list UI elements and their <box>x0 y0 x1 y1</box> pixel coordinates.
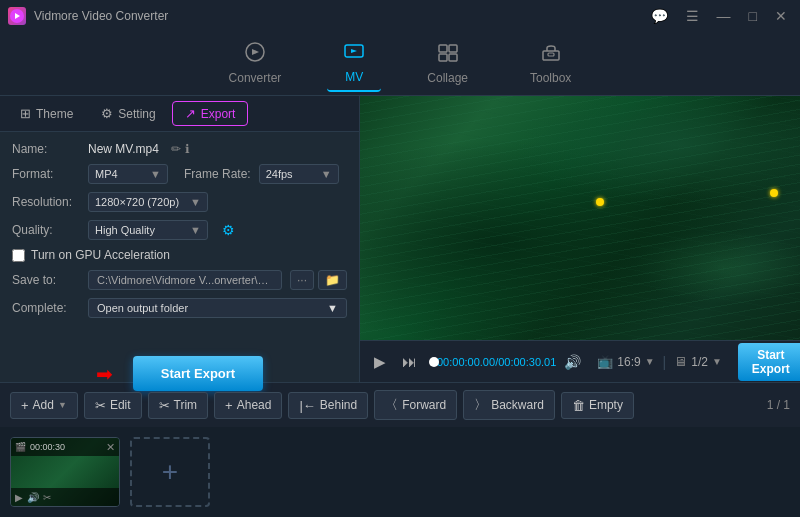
skip-forward-button[interactable]: ⏭ <box>398 351 421 372</box>
name-label: Name: <box>12 142 80 156</box>
format-select[interactable]: MP4 ▼ <box>88 164 168 184</box>
save-path: C:\Vidmore\Vidmore V...onverter\MV Expor… <box>88 270 282 290</box>
title-bar-left: Vidmore Video Converter <box>8 7 168 25</box>
yellow-dot-2 <box>770 189 778 197</box>
behind-label: Behind <box>320 398 357 412</box>
backward-button[interactable]: 〉 Backward <box>463 390 555 420</box>
trash-icon: 🗑 <box>572 398 585 413</box>
save-more-icon[interactable]: ··· <box>290 270 314 290</box>
menu-button[interactable]: ☰ <box>681 6 704 26</box>
toolbox-icon <box>540 42 562 67</box>
edit-name-icon[interactable]: ✏ <box>171 142 181 156</box>
complete-value: Open output folder <box>97 302 188 314</box>
resolution-select[interactable]: 1280×720 (720p) ▼ <box>88 192 208 212</box>
maximize-button[interactable]: □ <box>744 6 762 26</box>
behind-button[interactable]: |← Behind <box>288 392 368 419</box>
svg-rect-7 <box>439 54 447 61</box>
timeline-clip-1[interactable]: 🎬 00:00:30 ✕ ▶ 🔊 ✂ <box>10 437 120 507</box>
trim-icon: ✂ <box>159 398 170 413</box>
main-content: ⊞ Theme ⚙ Setting ↗ Export Name: New MV.… <box>0 96 800 382</box>
tab-setting[interactable]: ⚙ Setting <box>89 102 167 125</box>
aspect-arrow-icon[interactable]: ▼ <box>645 356 655 367</box>
add-arrow-icon[interactable]: ▼ <box>58 400 67 410</box>
quality-label: Quality: <box>12 223 80 237</box>
nav-collage[interactable]: Collage <box>411 36 484 91</box>
quality-settings-icon[interactable]: ⚙ <box>222 222 235 238</box>
edit-icon: ✂ <box>95 398 106 413</box>
complete-row: Complete: Open output folder ▼ <box>12 298 347 318</box>
gpu-checkbox[interactable] <box>12 249 25 262</box>
video-controls-bar: ▶ ⏭ 00:00:00.00/00:00:30.01 🔊 📺 16:9 ▼ |… <box>360 340 800 382</box>
top-nav: Converter MV Collage <box>0 32 800 96</box>
chat-button[interactable]: 💬 <box>646 6 673 26</box>
backward-label: Backward <box>491 398 544 412</box>
tab-export-label: Export <box>201 107 236 121</box>
edit-label: Edit <box>110 398 131 412</box>
nav-collage-label: Collage <box>427 71 468 85</box>
progress-handle[interactable] <box>429 357 439 367</box>
ahead-button[interactable]: + Ahead <box>214 392 282 419</box>
tab-theme-label: Theme <box>36 107 73 121</box>
clip-close-icon[interactable]: ✕ <box>106 441 115 454</box>
clip-cut-icon[interactable]: ✂ <box>43 492 51 503</box>
complete-select[interactable]: Open output folder ▼ <box>88 298 347 318</box>
collage-icon <box>437 42 459 67</box>
complete-label: Complete: <box>12 301 80 315</box>
format-row: Format: MP4 ▼ Frame Rate: 24fps ▼ <box>12 164 347 184</box>
nav-converter[interactable]: Converter <box>213 36 298 91</box>
format-label: Format: <box>12 167 80 181</box>
clip-play-icon[interactable]: ▶ <box>15 492 23 503</box>
forward-label: Forward <box>402 398 446 412</box>
form-area: Name: New MV.mp4 ✏ ℹ Format: MP4 ▼ Frame… <box>0 132 359 336</box>
arrow-indicator: ➡ <box>96 362 113 386</box>
quality-ctrl-group: 🖥 1/2 ▼ <box>674 354 722 369</box>
add-icon: + <box>21 398 29 413</box>
empty-label: Empty <box>589 398 623 412</box>
forward-button[interactable]: 〈 Forward <box>374 390 457 420</box>
clip-time: 00:00:30 <box>30 442 65 452</box>
converter-icon <box>244 42 266 67</box>
time-current: 00:00:00.00 <box>437 356 495 368</box>
panel-tabs: ⊞ Theme ⚙ Setting ↗ Export <box>0 96 359 132</box>
add-clip-button[interactable]: + <box>130 437 210 507</box>
start-export-ctrl-button[interactable]: Start Export <box>738 343 800 381</box>
resolution-label: Resolution: <box>12 195 80 209</box>
wave-lines <box>360 96 800 340</box>
tab-setting-label: Setting <box>118 107 155 121</box>
framerate-label: Frame Rate: <box>184 167 251 181</box>
minimize-button[interactable]: — <box>712 6 736 26</box>
nav-mv[interactable]: MV <box>327 35 381 92</box>
save-folder-icon[interactable]: 📁 <box>318 270 347 290</box>
divider: | <box>663 354 667 370</box>
complete-arrow-icon: ▼ <box>327 302 338 314</box>
gpu-row: Turn on GPU Acceleration <box>12 248 347 262</box>
framerate-select[interactable]: 24fps ▼ <box>259 164 339 184</box>
clip-audio-icon[interactable]: 🔊 <box>27 492 39 503</box>
add-button[interactable]: + Add ▼ <box>10 392 78 419</box>
export-arrow-icon: ↗ <box>185 106 196 121</box>
title-bar-controls: 💬 ☰ — □ ✕ <box>646 6 792 26</box>
info-icon[interactable]: ℹ <box>185 142 190 156</box>
fps-arrow-icon: ▼ <box>321 168 332 180</box>
tab-theme[interactable]: ⊞ Theme <box>8 102 85 125</box>
page-info: 1 / 1 <box>767 398 790 412</box>
save-label: Save to: <box>12 273 80 287</box>
resolution-value: 1280×720 (720p) <box>95 196 179 208</box>
empty-button[interactable]: 🗑 Empty <box>561 392 634 419</box>
play-button[interactable]: ▶ <box>370 351 390 373</box>
aspect-ratio-group: 📺 16:9 ▼ <box>597 354 654 369</box>
screen-icon: 📺 <box>597 354 613 369</box>
nav-toolbox[interactable]: Toolbox <box>514 36 587 91</box>
quality-select[interactable]: High Quality ▼ <box>88 220 208 240</box>
tab-export[interactable]: ↗ Export <box>172 101 249 126</box>
quality-arrow-icon: ▼ <box>190 224 201 236</box>
quality-ctrl-arrow-icon[interactable]: ▼ <box>712 356 722 367</box>
close-button[interactable]: ✕ <box>770 6 792 26</box>
format-value: MP4 <box>95 168 118 180</box>
volume-icon[interactable]: 🔊 <box>564 354 581 370</box>
name-icons: ✏ ℹ <box>171 142 190 156</box>
trim-button[interactable]: ✂ Trim <box>148 392 209 419</box>
start-export-panel-button[interactable]: Start Export <box>133 356 263 391</box>
edit-button[interactable]: ✂ Edit <box>84 392 142 419</box>
setting-gear-icon: ⚙ <box>101 106 113 121</box>
